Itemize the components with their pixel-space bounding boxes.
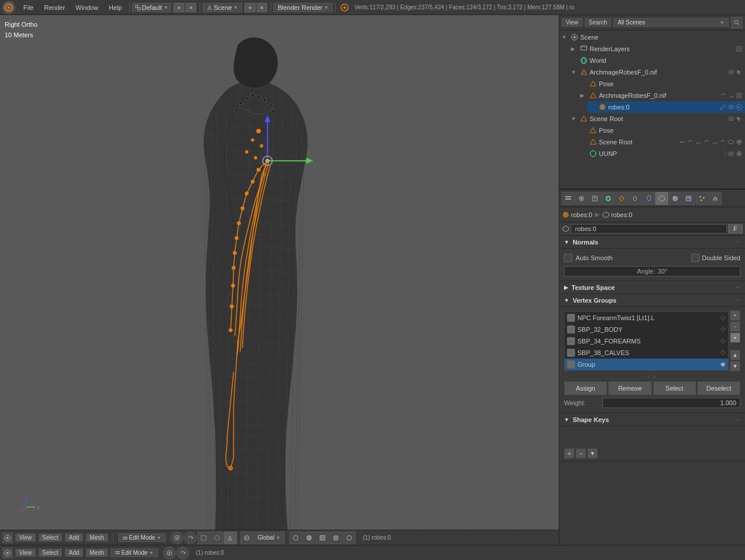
props-texture-tab[interactable]: [682, 192, 695, 205]
props-constraints-tab[interactable]: [629, 192, 641, 205]
rendered-btn[interactable]: [343, 531, 356, 544]
outliner-item-robes[interactable]: robes:0: [587, 101, 745, 113]
global-dropdown[interactable]: Global ▼: [254, 531, 285, 544]
props-menu-btn[interactable]: [562, 192, 574, 205]
props-scene-tab[interactable]: [575, 192, 588, 205]
vgroups-dots: ···: [736, 297, 740, 303]
solid-btn[interactable]: [303, 531, 315, 544]
vgroup-item-sbp34[interactable]: SBP_34_FOREARMS: [565, 335, 728, 347]
svg-point-6: [343, 6, 346, 9]
vgroup-scroll-up-btn[interactable]: ▲: [730, 350, 740, 360]
remove-button[interactable]: Remove: [608, 381, 651, 395]
global-btn[interactable]: [240, 531, 253, 544]
outliner-item-world[interactable]: World: [569, 55, 745, 66]
wire-btn[interactable]: [289, 531, 302, 544]
outliner-search-btn[interactable]: Search: [585, 18, 612, 27]
vgroups-section-header[interactable]: ▼ Vertex Groups ···: [559, 294, 745, 307]
bottom-rotate-btn[interactable]: [176, 547, 189, 559]
obj-name-2: robes:0: [611, 211, 633, 218]
texture-btn[interactable]: [316, 531, 329, 544]
bottom-view-btn[interactable]: View: [15, 548, 36, 557]
menu-render[interactable]: Render: [40, 3, 70, 12]
vgroup-remove-btn[interactable]: −: [730, 321, 740, 332]
select-box-btn[interactable]: [197, 531, 210, 544]
deselect-button[interactable]: Deselect: [697, 381, 740, 395]
texturespace-expand-icon: ▶: [564, 285, 568, 290]
vgroup-item-sbp32[interactable]: SBP_32_BODY: [565, 324, 728, 335]
workspace-add[interactable]: + ×: [173, 3, 196, 12]
bottom-pivot-btn[interactable]: [163, 547, 176, 559]
props-material-tab[interactable]: [669, 192, 682, 205]
shapekeys-remove-btn[interactable]: −: [576, 448, 586, 459]
obj-breadcrumb-1[interactable]: robes:0: [562, 211, 593, 219]
outliner-item-pose2[interactable]: Pose: [578, 125, 745, 136]
scenes-dropdown[interactable]: All Scenes ▼: [613, 18, 729, 27]
vgroup-scroll-down-btn[interactable]: ▼: [730, 361, 740, 371]
viewport-icon-btn[interactable]: [2, 533, 13, 543]
double-sided-checkbox[interactable]: [691, 254, 700, 262]
svg-rect-64: [581, 46, 587, 50]
rotate-btn[interactable]: [184, 531, 197, 544]
workspace-selector[interactable]: Default ▼: [132, 3, 172, 12]
scene-selector[interactable]: Scene ▼: [203, 3, 242, 12]
mode-dropdown[interactable]: Edit Mode ▼: [118, 533, 166, 542]
texturespace-section-header[interactable]: ▶ Texture Space ···: [559, 281, 745, 294]
obj-breadcrumb-2[interactable]: robes:0: [602, 211, 633, 219]
vgroup-item-forearmtwist[interactable]: NPC ForearmTwist1 [Lt1].L: [565, 312, 728, 324]
outliner-item-uunp[interactable]: UUNP: [578, 148, 745, 160]
props-particles-tab[interactable]: [696, 192, 708, 205]
angle-field[interactable]: Angle: 30°: [564, 266, 740, 277]
outliner-item-sceneroot[interactable]: ▼ Scene Root: [569, 113, 745, 125]
bottom-select-btn[interactable]: Select: [38, 548, 63, 557]
vgroup-group-pin: [720, 361, 726, 367]
props-modifiers-tab[interactable]: [642, 192, 655, 205]
props-physics-tab[interactable]: [709, 192, 722, 205]
normals-section-header[interactable]: ▼ Normals ···: [559, 236, 745, 249]
add-menu-btn[interactable]: Add: [65, 533, 83, 542]
bottom-mesh-btn[interactable]: Mesh: [86, 548, 108, 557]
props-world-tab[interactable]: [602, 192, 615, 205]
scene-remove[interactable]: ×: [257, 3, 267, 12]
outliner-item-pose1[interactable]: Pose: [578, 78, 745, 90]
auto-smooth-checkbox[interactable]: [564, 254, 572, 262]
vgroup-special-btn[interactable]: ▼: [730, 332, 740, 343]
menu-window[interactable]: Window: [71, 3, 103, 12]
weight-field[interactable]: 1.000: [602, 398, 740, 408]
outliner-search-icon[interactable]: [731, 17, 743, 29]
shapekeys-special-btn[interactable]: ▼: [587, 448, 598, 459]
menu-help[interactable]: Help: [104, 3, 127, 12]
mesh-menu-btn[interactable]: Mesh: [86, 533, 108, 542]
outliner-view-btn[interactable]: View: [562, 18, 583, 27]
f-button[interactable]: F: [728, 224, 743, 233]
viewport[interactable]: Right Ortho 10 Meters Y Z X View Select …: [0, 15, 559, 545]
props-render-tab[interactable]: [588, 192, 601, 205]
props-data-tab[interactable]: [655, 192, 668, 205]
vgroup-item-sbp38[interactable]: SBP_38_CALVES: [565, 347, 728, 359]
menu-file[interactable]: File: [19, 3, 38, 12]
scene-add[interactable]: +: [244, 3, 255, 12]
obj-name-input[interactable]: robes:0: [571, 224, 727, 233]
vgroup-add-btn[interactable]: +: [730, 310, 740, 321]
outliner-item-scene[interactable]: ▼ Scene: [559, 31, 745, 43]
bottom-mode-dropdown[interactable]: Edit Mode ▼: [111, 548, 158, 557]
circle-select-btn[interactable]: [211, 531, 224, 544]
material-btn[interactable]: [329, 531, 342, 544]
engine-selector[interactable]: Blender Render ▼: [274, 3, 333, 12]
bottom-icon-btn[interactable]: [2, 548, 13, 558]
props-object-tab[interactable]: [615, 192, 628, 205]
axes-indicator: Y Z X: [12, 492, 41, 522]
vgroup-item-group[interactable]: Group: [565, 359, 728, 370]
shapekeys-add-btn[interactable]: +: [564, 448, 574, 459]
view-menu-btn[interactable]: View: [15, 533, 36, 542]
assign-button[interactable]: Assign: [564, 381, 607, 395]
paint-select-btn[interactable]: [224, 531, 237, 544]
bottom-add-btn[interactable]: Add: [65, 548, 83, 557]
select-button[interactable]: Select: [653, 381, 696, 395]
pivot-btn[interactable]: [171, 531, 183, 544]
outliner-item-archmage2[interactable]: ▶ ArchmageRobesF_0.nif: [578, 90, 745, 101]
outliner-item-sceneroot2[interactable]: Scene Root: [578, 136, 745, 148]
outliner-item-renderlayers[interactable]: ▶ RenderLayers: [569, 43, 745, 55]
shapekeys-section-header[interactable]: ▼ Shape Keys ···: [559, 413, 745, 426]
select-menu-btn[interactable]: Select: [38, 533, 63, 542]
outliner-item-archmage[interactable]: ▼ ArchmageRobesF_0.nif: [569, 66, 745, 78]
